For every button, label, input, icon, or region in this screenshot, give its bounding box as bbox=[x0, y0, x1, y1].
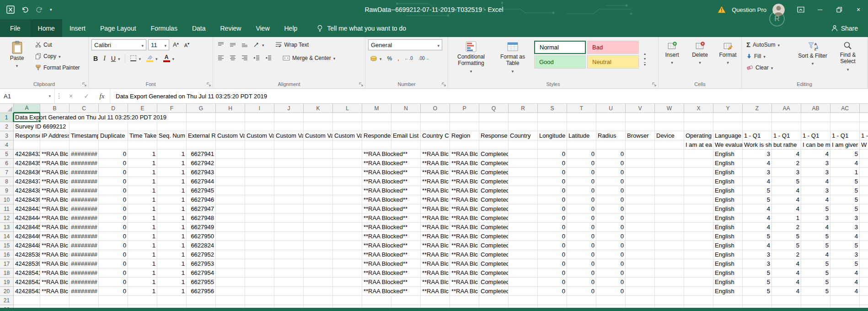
row-header-20[interactable]: 20 bbox=[0, 287, 14, 296]
cell-H6[interactable] bbox=[216, 159, 245, 168]
cell-G6[interactable]: 6627942 bbox=[187, 159, 216, 168]
cell-W21[interactable] bbox=[655, 296, 684, 305]
cell-F7[interactable]: 1 bbox=[157, 168, 187, 177]
cell-O5[interactable]: **RAA Blc bbox=[421, 150, 450, 159]
cell-P3[interactable]: Region bbox=[450, 131, 479, 140]
column-header-P[interactable]: P bbox=[450, 104, 479, 113]
cell-J1[interactable] bbox=[274, 113, 304, 122]
row-header-12[interactable]: 12 bbox=[0, 214, 14, 223]
cell-U1[interactable] bbox=[596, 113, 626, 122]
cell-R7[interactable] bbox=[509, 168, 538, 177]
cell-AC21[interactable] bbox=[830, 296, 860, 305]
style-neutral[interactable]: Neutral bbox=[587, 55, 639, 69]
cell-U16[interactable]: 0 bbox=[596, 250, 626, 259]
cell-U15[interactable]: 0 bbox=[596, 241, 626, 250]
cell-W6[interactable] bbox=[655, 159, 684, 168]
cell-V15[interactable] bbox=[626, 241, 655, 250]
cell-T13[interactable]: 0 bbox=[567, 223, 596, 232]
cell-AC7[interactable]: 1 bbox=[830, 168, 860, 177]
cell-E2[interactable] bbox=[128, 122, 157, 131]
cell-G17[interactable]: 6627953 bbox=[187, 259, 216, 268]
cell-P20[interactable]: **RAA Blc bbox=[450, 287, 479, 296]
cell-AD10[interactable] bbox=[860, 195, 868, 204]
cell-U10[interactable]: 0 bbox=[596, 195, 626, 204]
cell-P2[interactable] bbox=[450, 122, 479, 131]
cell-AC20[interactable]: 4 bbox=[830, 287, 860, 296]
formula-bar-handle[interactable] bbox=[55, 89, 63, 103]
cell-AB2[interactable] bbox=[801, 122, 830, 131]
clear-dropdown-arrow[interactable] bbox=[771, 64, 773, 71]
row-header-6[interactable]: 6 bbox=[0, 159, 14, 168]
cell-I13[interactable] bbox=[245, 223, 274, 232]
cell-U19[interactable]: 0 bbox=[596, 278, 626, 287]
column-header-W[interactable]: W bbox=[655, 104, 684, 113]
cell-U7[interactable]: 0 bbox=[596, 168, 626, 177]
cell-AB5[interactable]: 4 bbox=[801, 150, 830, 159]
cell-AB15[interactable]: 5 bbox=[801, 241, 830, 250]
cell-U12[interactable]: 0 bbox=[596, 214, 626, 223]
cell-AD4[interactable]: W bbox=[860, 140, 868, 150]
increase-font-size-button[interactable]: A▴ bbox=[171, 40, 181, 50]
cell-J12[interactable] bbox=[274, 214, 304, 223]
cell-E6[interactable]: 1 bbox=[128, 159, 157, 168]
cell-A17[interactable]: 42428539 bbox=[14, 259, 40, 268]
sort-filter-dropdown-arrow[interactable] bbox=[812, 60, 814, 66]
cell-E15[interactable]: 1 bbox=[128, 241, 157, 250]
cell-S20[interactable]: 0 bbox=[538, 287, 567, 296]
cell-J17[interactable] bbox=[274, 259, 304, 268]
cell-I8[interactable] bbox=[245, 177, 274, 186]
cell-Y2[interactable] bbox=[713, 122, 743, 131]
cell-Z10[interactable]: 5 bbox=[743, 195, 772, 204]
cell-G8[interactable]: 6627944 bbox=[187, 177, 216, 186]
cell-AD19[interactable] bbox=[860, 278, 868, 287]
merge-center-button[interactable]: Merge & Center bbox=[281, 53, 337, 63]
cell-F4[interactable] bbox=[157, 140, 187, 150]
cell-M1[interactable] bbox=[362, 113, 391, 122]
cell-K21[interactable] bbox=[304, 296, 333, 305]
column-header-K[interactable]: K bbox=[304, 104, 333, 113]
cell-K11[interactable] bbox=[304, 204, 333, 214]
cell-P6[interactable]: **RAA Blc bbox=[450, 159, 479, 168]
cell-AB1[interactable] bbox=[801, 113, 830, 122]
cell-O6[interactable]: **RAA Blc bbox=[421, 159, 450, 168]
cell-V3[interactable]: Browser bbox=[626, 131, 655, 140]
cell-V20[interactable] bbox=[626, 287, 655, 296]
cell-P19[interactable]: **RAA Blc bbox=[450, 278, 479, 287]
cell-K8[interactable] bbox=[304, 177, 333, 186]
format-as-table-button[interactable]: Format as Table bbox=[493, 39, 532, 80]
row-header-19[interactable]: 19 bbox=[0, 278, 14, 287]
cell-K7[interactable] bbox=[304, 168, 333, 177]
cell-S17[interactable]: 0 bbox=[538, 259, 567, 268]
cell-H3[interactable]: Custom Va bbox=[216, 131, 245, 140]
cell-AC16[interactable]: 3 bbox=[830, 250, 860, 259]
cell-A7[interactable]: 42428436 bbox=[14, 168, 40, 177]
increase-indent-button[interactable] bbox=[263, 53, 273, 63]
cell-U9[interactable]: 0 bbox=[596, 186, 626, 195]
cell-S14[interactable]: 0 bbox=[538, 232, 567, 241]
cell-V21[interactable] bbox=[626, 296, 655, 305]
cell-A6[interactable]: 42428435 bbox=[14, 159, 40, 168]
cell-AA19[interactable]: 4 bbox=[772, 278, 801, 287]
cell-AA17[interactable]: 4 bbox=[772, 259, 801, 268]
cell-R4[interactable] bbox=[509, 140, 538, 150]
cell-V10[interactable] bbox=[626, 195, 655, 204]
cell-M7[interactable]: **RAA Blocked** bbox=[362, 168, 391, 177]
cell-E17[interactable]: 1 bbox=[128, 259, 157, 268]
cell-X14[interactable] bbox=[684, 232, 713, 241]
cell-O14[interactable]: **RAA Blc bbox=[421, 232, 450, 241]
cell-AA12[interactable]: 1 bbox=[772, 214, 801, 223]
cell-X4[interactable]: I am at ea bbox=[684, 140, 713, 150]
cell-R3[interactable]: Country bbox=[509, 131, 538, 140]
cell-K14[interactable] bbox=[304, 232, 333, 241]
cell-P15[interactable]: **RAA Blc bbox=[450, 241, 479, 250]
cell-D9[interactable]: 0 bbox=[99, 186, 128, 195]
cell-AB16[interactable]: 4 bbox=[801, 250, 830, 259]
cell-V12[interactable] bbox=[626, 214, 655, 223]
cell-A13[interactable]: 42428445 bbox=[14, 223, 40, 232]
cell-X12[interactable] bbox=[684, 214, 713, 223]
cell-Z6[interactable]: 4 bbox=[743, 159, 772, 168]
cell-H16[interactable] bbox=[216, 250, 245, 259]
cell-AA20[interactable]: 4 bbox=[772, 287, 801, 296]
cell-F17[interactable]: 1 bbox=[157, 259, 187, 268]
cell-F2[interactable] bbox=[157, 122, 187, 131]
